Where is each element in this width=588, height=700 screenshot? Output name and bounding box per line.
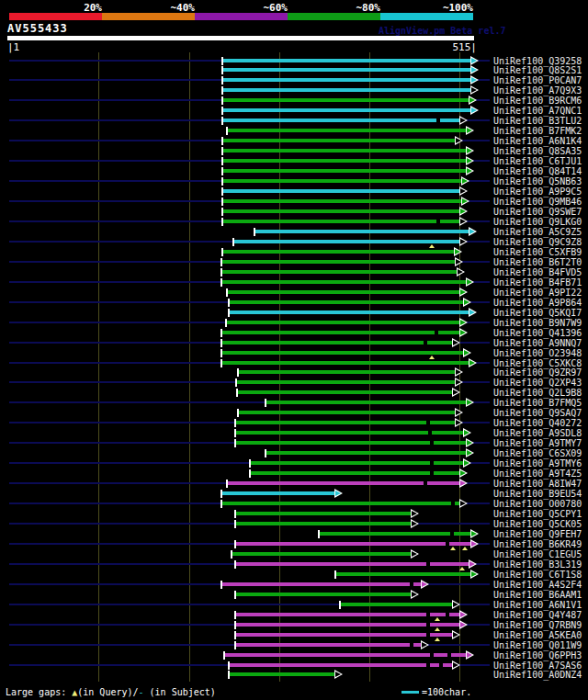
row-label: UniRef100_A9SDL8 [493, 428, 582, 438]
subject-gap-dash [430, 441, 434, 445]
arrow-head-fill [467, 440, 472, 446]
alignment-bar [223, 250, 454, 254]
arrow-head-fill [460, 330, 466, 335]
alignment-row: UniRef100_Q6PPH3 [0, 650, 588, 660]
alignment-bar [222, 491, 334, 495]
alignment-bar [223, 220, 459, 223]
alignment-row: UniRef100_A5KEA0 [0, 630, 588, 640]
alignment-start-tick [223, 651, 225, 660]
alignment-row: UniRef100_O00780 [0, 499, 588, 509]
subject-gap-dash [426, 623, 430, 627]
query-gap-triangle [429, 356, 435, 359]
gap-legend-prefix: Large gaps: [6, 687, 72, 697]
subject-gap-dash [430, 471, 434, 475]
alignment-bar [222, 260, 455, 264]
alignment-start-tick [232, 238, 234, 246]
alignment-start-tick [231, 550, 232, 559]
row-label: UniRef100_Q4Y487 [493, 610, 582, 620]
alignment-row: UniRef100_Q8SA35 [0, 146, 588, 156]
query-id-label: AV555433 [7, 22, 68, 35]
arrow-head-fill [460, 239, 466, 244]
arrow-head-fill [460, 118, 466, 123]
alignment-start-tick [234, 611, 236, 619]
arrow-head-fill [456, 410, 461, 415]
subject-gap-dash [436, 119, 440, 122]
alignment-bar [222, 361, 469, 365]
subject-gap-dash [426, 421, 430, 424]
alignment-start-tick [221, 147, 223, 155]
alignment-bar [236, 633, 452, 637]
alignment-bar [230, 310, 469, 314]
alignment-start-tick [228, 299, 230, 307]
alignment-bar [222, 270, 457, 274]
alignment-row: UniRef100_A9TMY6 [0, 458, 588, 469]
row-label: UniRef100_Q2XP43 [493, 378, 582, 388]
alignment-start-tick [265, 449, 266, 457]
arrow-head-fill [464, 299, 469, 305]
row-label: UniRef100_Q5CPY1 [493, 509, 582, 519]
alignment-bar [238, 390, 452, 394]
alignment-start-tick [221, 137, 223, 145]
alignment-start-tick [220, 258, 222, 266]
alignment-start-tick [228, 661, 230, 670]
alignment-bar [236, 512, 411, 515]
row-label: UniRef100_Q5CK05 [493, 519, 582, 529]
gap-legend: Large gaps: ▲(in Query)/- (in Subject) [6, 686, 216, 698]
alignment-row: UniRef100_Q41396 [0, 328, 588, 338]
alignment-bar [223, 149, 466, 152]
arrow-head-fill [456, 369, 461, 375]
arrow-head-fill [471, 58, 477, 63]
row-label: UniRef100_B7FMQ5 [493, 398, 582, 408]
alignment-start-tick [220, 278, 222, 287]
alignment-start-tick [318, 530, 320, 538]
alignment-row: UniRef100_A9NNQ7 [0, 338, 588, 348]
alignment-row: UniRef100_P0CAN7 [0, 75, 588, 85]
alignment-bar [222, 280, 466, 284]
subject-gap-dash [430, 461, 434, 465]
row-label: UniRef100_C6SX09 [493, 448, 582, 458]
arrow-head-fill [464, 350, 469, 356]
alignment-row: UniRef100_B6KR49 [0, 539, 588, 549]
arrow-head-fill [460, 501, 466, 506]
row-label: UniRef100_Q41396 [493, 328, 582, 338]
alignment-bar [236, 562, 469, 566]
row-label: UniRef100_A9P864 [493, 298, 582, 308]
alignment-bar [230, 672, 334, 676]
subject-gap-dash [428, 431, 432, 435]
alignment-bar [228, 129, 466, 132]
alignment-bar [223, 139, 455, 142]
alignment-row: UniRef100_A9T4Z5 [0, 469, 588, 479]
row-label: UniRef100_B9RCM6 [493, 96, 582, 106]
row-label: UniRef100_O00780 [493, 499, 582, 509]
subject-gap-dash [435, 331, 438, 334]
alignment-bar [222, 341, 452, 344]
arrow-head-fill [456, 420, 461, 425]
row-label: UniRef100_C6T1S8 [493, 570, 582, 580]
identity-scale-segment [102, 13, 195, 20]
alignment-bar [228, 290, 459, 294]
arrow-head-fill [471, 107, 477, 113]
alignment-start-tick [226, 127, 228, 135]
app-credit: AlignView.pm Beta rel.7 [379, 26, 505, 36]
row-label: UniRef100_Q9FEH7 [493, 529, 582, 539]
row-label: UniRef100_A7QNC1 [493, 106, 582, 116]
arrow-head-fill [471, 87, 477, 93]
row-label: UniRef100_A9TMY7 [493, 438, 582, 448]
arrow-head-fill [412, 592, 417, 597]
query-gap-triangle [450, 547, 456, 550]
row-label: UniRef100_Q2L9B8 [493, 388, 582, 398]
arrow-head-fill [469, 310, 475, 315]
arrow-head-fill [460, 480, 466, 486]
alignment-row: UniRef100_A8IW47 [0, 479, 588, 489]
row-label: UniRef100_O23948 [493, 348, 582, 358]
alignment-start-tick [234, 520, 236, 528]
alignment-start-tick [220, 359, 222, 367]
arrow-head-fill [460, 289, 466, 295]
alignment-start-tick [220, 349, 222, 357]
alignment-row: UniRef100_B9N7W9 [0, 318, 588, 328]
subject-gap-dash [410, 643, 413, 647]
alignment-bar [223, 179, 461, 183]
alignment-row: UniRef100_C5XFB9 [0, 247, 588, 257]
alignment-bar [320, 532, 470, 536]
row-label: UniRef100_Q5KQI7 [493, 308, 582, 318]
